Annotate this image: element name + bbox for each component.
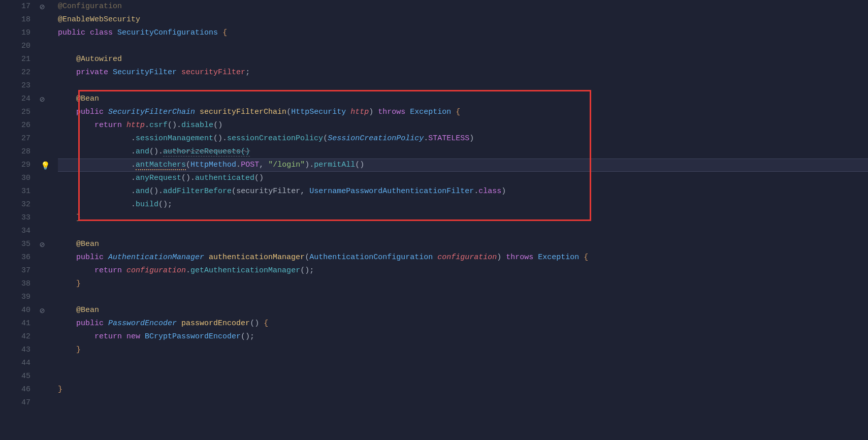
- parens: ().: [168, 121, 181, 130]
- line-number: 23: [0, 79, 30, 92]
- brace: {: [222, 28, 227, 37]
- line-number: 44: [0, 357, 30, 370]
- line-number: 40: [0, 304, 30, 317]
- type: UsernamePasswordAuthenticationFilter: [309, 187, 474, 196]
- ident: configuration: [126, 266, 186, 275]
- keyword: return: [94, 121, 122, 130]
- line-number: 17: [0, 0, 30, 13]
- type: Exception: [410, 108, 451, 116]
- keyword: throws: [506, 253, 533, 262]
- keyword: public: [76, 253, 104, 262]
- code-content[interactable]: @Configuration @EnableWebSecurity public…: [58, 0, 868, 440]
- keyword: return: [94, 266, 122, 275]
- line-number: 30: [0, 172, 30, 185]
- keyword: class: [478, 187, 501, 196]
- line-number: 20: [0, 40, 30, 53]
- keyword: throws: [378, 108, 405, 116]
- paren: ): [497, 253, 501, 262]
- no-entry-icon: ⊘: [40, 239, 49, 248]
- line-number: 33: [0, 211, 30, 225]
- no-entry-icon: ⊘: [40, 305, 49, 314]
- dot: .: [424, 134, 428, 143]
- line-number: 47: [0, 396, 30, 410]
- dot: .: [131, 147, 136, 156]
- type: SecurityFilterChain: [108, 108, 195, 116]
- annotation: @Configuration: [58, 2, 122, 11]
- type: AuthenticationConfiguration: [309, 253, 433, 262]
- method: and: [136, 147, 149, 156]
- method-name: securityFilterChain: [200, 108, 286, 116]
- annotation: @Bean: [76, 306, 99, 315]
- line-number: 39: [0, 291, 30, 304]
- gutter-markers: ⊘ ⊘ 💡 ⊘ ⊘: [37, 0, 58, 440]
- method: addFilterBefore: [163, 187, 232, 196]
- keyword: private: [76, 68, 108, 77]
- method: and: [136, 187, 149, 196]
- annotation: @Bean: [76, 95, 99, 103]
- method: authenticated: [195, 174, 254, 182]
- line-number: 31: [0, 185, 30, 198]
- annotation: @EnableWebSecurity: [58, 15, 140, 24]
- line-number: 22: [0, 66, 30, 79]
- parens: (): [250, 319, 259, 328]
- line-number: 34: [0, 225, 30, 238]
- line-number: 45: [0, 370, 30, 383]
- lightbulb-icon[interactable]: 💡: [41, 160, 50, 169]
- paren: ): [469, 134, 474, 143]
- line-number: 38: [0, 277, 30, 291]
- line-number: 21: [0, 53, 30, 66]
- line-number: 43: [0, 343, 30, 357]
- parens: ().: [213, 134, 227, 143]
- code-editor[interactable]: 17 18 19 20 21 22 23 24 25 26 27 28 29 3…: [0, 0, 868, 440]
- parens: ();: [241, 332, 254, 341]
- brace: {: [584, 253, 588, 262]
- line-number: 32: [0, 198, 30, 211]
- dot: .: [145, 121, 149, 130]
- param: configuration: [437, 253, 497, 262]
- line-number: 36: [0, 251, 30, 264]
- keyword: public: [76, 319, 104, 328]
- class-name: SecurityConfigurations: [117, 28, 218, 37]
- paren: (: [323, 134, 328, 143]
- param: http: [350, 108, 369, 116]
- dot: .: [474, 187, 478, 196]
- method: permitAll: [314, 161, 355, 169]
- keyword: class: [90, 28, 113, 37]
- line-number: 19: [0, 26, 30, 40]
- type: AuthenticationManager: [108, 253, 204, 262]
- no-entry-icon: ⊘: [40, 1, 49, 10]
- line-number: 29: [0, 159, 30, 172]
- brace: }: [76, 213, 81, 222]
- brace: }: [76, 279, 81, 288]
- method: antMatchers: [136, 161, 186, 170]
- line-number: 26: [0, 119, 30, 132]
- method: sessionCreationPolicy: [227, 134, 323, 143]
- keyword: new: [126, 332, 140, 341]
- brace: {: [456, 108, 460, 116]
- method: anyRequest: [136, 174, 181, 182]
- line-number: 46: [0, 383, 30, 396]
- brace: }: [76, 345, 81, 354]
- parens: (): [355, 161, 364, 169]
- method: getAuthenticationManager: [190, 266, 300, 275]
- method: csrf: [149, 121, 168, 130]
- paren: ): [369, 108, 373, 116]
- no-entry-icon: ⊘: [40, 93, 49, 103]
- line-number: 18: [0, 13, 30, 26]
- method: disable: [181, 121, 213, 130]
- dot: .: [186, 266, 190, 275]
- parens: ();: [158, 200, 172, 209]
- type: BCryptPasswordEncoder: [145, 332, 241, 341]
- line-number: 41: [0, 317, 30, 330]
- parens: ().: [149, 147, 163, 156]
- parens: ).: [305, 161, 314, 169]
- keyword: public: [58, 28, 85, 37]
- dot: .: [131, 161, 136, 169]
- parens: ().: [181, 174, 195, 182]
- field: securityFilter: [181, 68, 245, 77]
- ident: securityFilter: [236, 187, 300, 196]
- string: "/login": [268, 161, 305, 169]
- line-number: 37: [0, 264, 30, 277]
- paren: (: [186, 161, 190, 169]
- punct: ;: [245, 68, 250, 77]
